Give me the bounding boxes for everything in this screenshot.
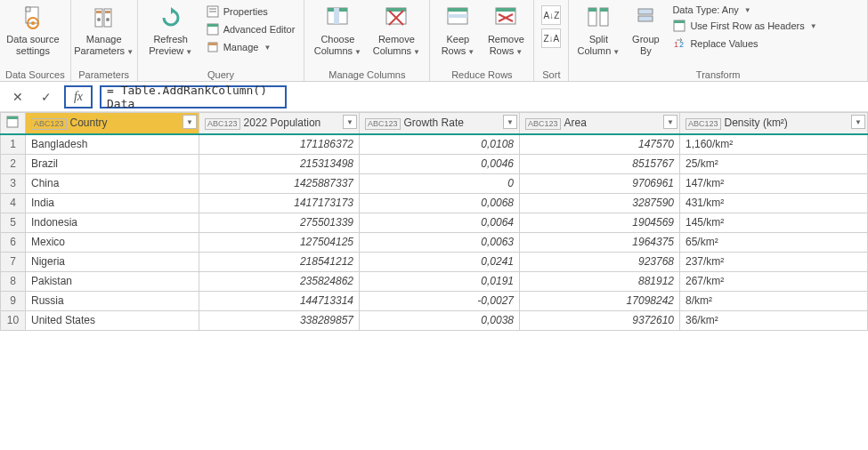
column-header-density[interactable]: ABC123Density (km²) ▼ [680,113,868,135]
cell-density[interactable]: 65/km² [680,232,868,252]
cell-population[interactable]: 1417173173 [199,193,360,213]
table-row[interactable]: 4India14171731730,00683287590431/km² [1,193,868,213]
cell-area[interactable]: 1964375 [520,232,680,252]
column-header-growth[interactable]: ABC123Growth Rate ▼ [360,113,520,135]
formula-input[interactable]: = Table.AddRankColumn() Data [100,85,287,108]
cell-area[interactable]: 8515767 [520,154,680,173]
column-header-population[interactable]: ABC1232022 Population ▼ [199,113,360,135]
cell-country[interactable]: United States [26,310,199,330]
properties-button[interactable]: Properties [202,4,299,20]
cell-country[interactable]: Russia [26,291,199,310]
row-number[interactable]: 2 [1,154,26,173]
cell-population[interactable]: 127504125 [199,232,360,252]
row-number[interactable]: 8 [1,271,26,291]
cell-growth[interactable]: 0,0064 [360,213,520,232]
data-source-settings-button[interactable]: Data sourcesettings [5,2,61,57]
cell-population[interactable]: 275501339 [199,213,360,232]
cell-growth[interactable]: 0,0068 [360,193,520,213]
group-by-button[interactable]: GroupBy [626,2,665,57]
manage-button[interactable]: Manage▼ [202,39,299,55]
keep-rows-button[interactable]: KeepRows▼ [435,2,480,58]
cancel-formula-button[interactable]: ✕ [7,86,28,108]
cell-country[interactable]: India [26,193,199,213]
cell-area[interactable]: 3287590 [520,193,680,213]
remove-columns-button[interactable]: RemoveColumns▼ [369,2,424,58]
cell-density[interactable]: 237/km² [680,252,868,271]
cell-growth[interactable]: 0,0241 [360,252,520,271]
cell-country[interactable]: Indonesia [26,213,199,232]
cell-country[interactable]: China [26,173,199,193]
cell-area[interactable]: 147570 [520,134,680,154]
filter-dropdown-icon[interactable]: ▼ [663,115,677,129]
row-number[interactable]: 6 [1,232,26,252]
advanced-editor-button[interactable]: Advanced Editor [202,21,299,37]
cell-growth[interactable]: 0,0063 [360,232,520,252]
accept-formula-button[interactable]: ✓ [36,86,57,108]
cell-density[interactable]: 8/km² [680,291,868,310]
row-number[interactable]: 1 [1,134,26,154]
cell-area[interactable]: 17098242 [520,291,680,310]
table-row[interactable]: 7Nigeria2185412120,0241923768237/km² [1,252,868,271]
column-header-area[interactable]: ABC123Area ▼ [520,113,680,135]
cell-population[interactable]: 1425887337 [199,173,360,193]
row-number[interactable]: 4 [1,193,26,213]
cell-growth[interactable]: 0,0038 [360,310,520,330]
fx-button[interactable]: fx [64,85,93,108]
cell-population[interactable]: 144713314 [199,291,360,310]
refresh-preview-button[interactable]: RefreshPreview▼ [143,2,199,58]
table-row[interactable]: 5Indonesia2755013390,00641904569145/km² [1,213,868,232]
cell-density[interactable]: 36/km² [680,310,868,330]
cell-country[interactable]: Brazil [26,154,199,173]
filter-dropdown-icon[interactable]: ▼ [503,115,517,129]
cell-country[interactable]: Pakistan [26,271,199,291]
table-corner-button[interactable] [1,113,26,135]
first-row-headers-button[interactable]: Use First Row as Headers▼ [669,18,820,34]
cell-area[interactable]: 9372610 [520,310,680,330]
table-row[interactable]: 10United States3382898570,0038937261036/… [1,310,868,330]
manage-parameters-button[interactable]: ManageParameters▼ [77,2,132,58]
cell-country[interactable]: Nigeria [26,252,199,271]
sort-desc-button[interactable]: Z↓A [541,28,561,48]
cell-growth[interactable]: 0,0191 [360,271,520,291]
cell-area[interactable]: 881912 [520,271,680,291]
table-row[interactable]: 3China142588733709706961147/km² [1,173,868,193]
filter-dropdown-icon[interactable]: ▼ [851,115,865,129]
row-number[interactable]: 5 [1,213,26,232]
cell-growth[interactable]: -0,0027 [360,291,520,310]
cell-population[interactable]: 338289857 [199,310,360,330]
cell-growth[interactable]: 0,0046 [360,154,520,173]
cell-population[interactable]: 218541212 [199,252,360,271]
row-number[interactable]: 9 [1,291,26,310]
table-row[interactable]: 9Russia144713314-0,0027170982428/km² [1,291,868,310]
cell-population[interactable]: 215313498 [199,154,360,173]
cell-density[interactable]: 25/km² [680,154,868,173]
cell-country[interactable]: Bangladesh [26,134,199,154]
sort-asc-button[interactable]: A↓Z [541,5,561,25]
cell-area[interactable]: 923768 [520,252,680,271]
cell-growth[interactable]: 0,0108 [360,134,520,154]
data-type-button[interactable]: Data Type: Any▼ [669,4,820,16]
cell-growth[interactable]: 0 [360,173,520,193]
cell-population[interactable]: 235824862 [199,271,360,291]
cell-density[interactable]: 145/km² [680,213,868,232]
split-column-button[interactable]: SplitColumn▼ [574,2,622,58]
cell-population[interactable]: 171186372 [199,134,360,154]
cell-density[interactable]: 431/km² [680,193,868,213]
row-number[interactable]: 10 [1,310,26,330]
cell-density[interactable]: 267/km² [680,271,868,291]
filter-dropdown-icon[interactable]: ▼ [183,115,197,129]
table-row[interactable]: 8Pakistan2358248620,0191881912267/km² [1,271,868,291]
cell-area[interactable]: 1904569 [520,213,680,232]
row-number[interactable]: 7 [1,252,26,271]
row-number[interactable]: 3 [1,173,26,193]
column-header-country[interactable]: ABC123Country ▼ [26,113,199,135]
table-row[interactable]: 1Bangladesh1711863720,01081475701,160/km… [1,134,868,154]
table-row[interactable]: 2Brazil2153134980,0046851576725/km² [1,154,868,173]
replace-values-button[interactable]: 12 Replace Values [669,36,820,52]
cell-country[interactable]: Mexico [26,232,199,252]
choose-columns-button[interactable]: ChooseColumns▼ [310,2,365,58]
cell-density[interactable]: 147/km² [680,173,868,193]
table-row[interactable]: 6Mexico1275041250,0063196437565/km² [1,232,868,252]
remove-rows-button[interactable]: RemoveRows▼ [483,2,528,58]
cell-area[interactable]: 9706961 [520,173,680,193]
